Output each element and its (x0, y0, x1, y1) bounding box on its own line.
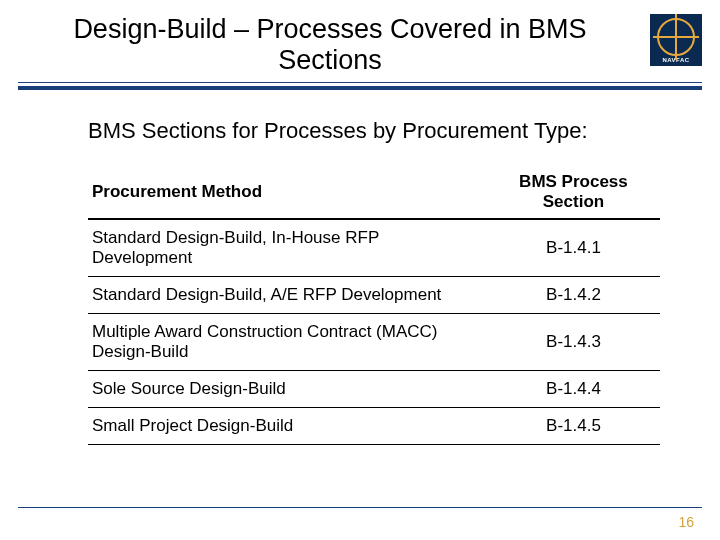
cell-method: Small Project Design-Build (88, 408, 491, 445)
cell-method: Standard Design-Build, In-House RFP Deve… (88, 219, 491, 277)
cell-section: B-1.4.2 (491, 277, 660, 314)
compass-icon (657, 18, 695, 56)
header: Design-Build – Processes Covered in BMS … (0, 0, 720, 76)
cell-section: B-1.4.4 (491, 371, 660, 408)
slide-title: Design-Build – Processes Covered in BMS … (18, 14, 650, 76)
cell-section: B-1.4.3 (491, 314, 660, 371)
table-row: Standard Design-Build, A/E RFP Developme… (88, 277, 660, 314)
cell-section: B-1.4.1 (491, 219, 660, 277)
header-section: BMS Process Section (491, 166, 660, 219)
slide: Design-Build – Processes Covered in BMS … (0, 0, 720, 540)
table-row: Standard Design-Build, In-House RFP Deve… (88, 219, 660, 277)
cell-method: Multiple Award Construction Contract (MA… (88, 314, 491, 371)
title-divider (18, 82, 702, 90)
header-method: Procurement Method (88, 166, 491, 219)
cell-section: B-1.4.5 (491, 408, 660, 445)
page-number: 16 (678, 514, 694, 530)
table-row: Small Project Design-Build B-1.4.5 (88, 408, 660, 445)
cell-method: Sole Source Design-Build (88, 371, 491, 408)
footer-divider (18, 507, 702, 508)
navfac-logo: NAVFAC (650, 14, 702, 66)
cell-method: Standard Design-Build, A/E RFP Developme… (88, 277, 491, 314)
table-row: Sole Source Design-Build B-1.4.4 (88, 371, 660, 408)
process-table: Procurement Method BMS Process Section S… (88, 166, 660, 445)
table-header-row: Procurement Method BMS Process Section (88, 166, 660, 219)
table-row: Multiple Award Construction Contract (MA… (88, 314, 660, 371)
subtitle: BMS Sections for Processes by Procuremen… (88, 118, 660, 144)
content-area: BMS Sections for Processes by Procuremen… (0, 90, 720, 445)
